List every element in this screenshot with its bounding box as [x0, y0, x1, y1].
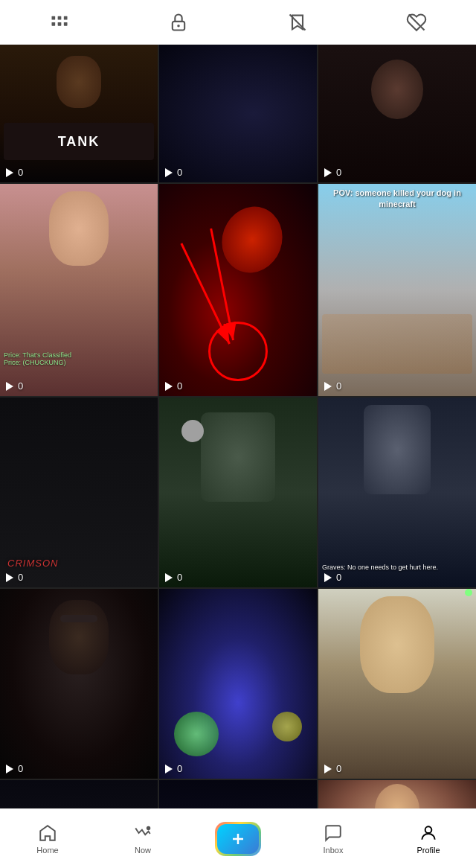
menu-icon[interactable]	[41, 4, 78, 41]
svg-marker-24	[324, 765, 332, 773]
play-count: 0	[323, 380, 341, 392]
play-count: 0	[164, 167, 182, 178]
svg-marker-13	[6, 382, 13, 391]
play-count: 0	[323, 167, 341, 178]
play-count: 0	[4, 167, 23, 178]
top-nav	[0, 0, 476, 45]
video-cell[interactable]: TANK 0	[0, 45, 158, 182]
video-cell-annotated[interactable]: 0	[159, 184, 317, 396]
svg-rect-3	[52, 22, 56, 26]
nav-now[interactable]: Now	[95, 809, 190, 868]
svg-marker-21	[324, 573, 332, 582]
bottom-nav: Home Now Inbox Profile	[0, 808, 476, 868]
svg-rect-0	[52, 16, 56, 19]
video-cell[interactable]: 0	[159, 589, 317, 779]
play-count: 0	[164, 763, 182, 774]
svg-marker-10	[6, 168, 13, 177]
video-cell[interactable]: 0	[318, 589, 476, 779]
svg-marker-22	[6, 765, 13, 773]
video-cell[interactable]: 0	[318, 45, 476, 182]
heart-off-icon[interactable]	[398, 4, 435, 41]
play-count: 0	[323, 763, 341, 774]
play-count: 0	[4, 572, 23, 583]
svg-marker-23	[165, 765, 173, 773]
nav-inbox[interactable]: Inbox	[286, 809, 381, 868]
video-cell[interactable]: 0	[159, 45, 317, 182]
svg-marker-17	[165, 382, 173, 391]
play-count: 0	[4, 380, 23, 392]
nav-home-label: Home	[36, 846, 58, 855]
nav-add[interactable]	[190, 809, 286, 868]
play-count: 0	[164, 380, 182, 392]
svg-marker-11	[165, 168, 173, 177]
video-cell[interactable]: POV: someone killed your dog in minecraf…	[318, 184, 476, 396]
video-cell[interactable]: 0	[159, 780, 317, 808]
play-count: 0	[323, 572, 341, 583]
video-cell[interactable]: 0	[318, 780, 476, 808]
lock-icon[interactable]	[160, 4, 197, 41]
video-cell[interactable]: 0	[0, 780, 158, 808]
bookmark-off-icon[interactable]	[279, 4, 316, 41]
nav-profile-label: Profile	[416, 846, 440, 855]
svg-marker-20	[165, 573, 173, 582]
svg-rect-2	[64, 16, 68, 19]
play-count: 0	[4, 763, 23, 774]
video-cell[interactable]: Price: That's Classified Price: (CHUCKUN…	[0, 184, 158, 396]
svg-marker-19	[6, 573, 13, 582]
svg-point-31	[425, 826, 432, 833]
svg-marker-18	[324, 382, 332, 391]
svg-point-7	[177, 24, 180, 27]
nav-now-label: Now	[135, 846, 151, 855]
nav-profile[interactable]: Profile	[381, 809, 476, 868]
crimson-label: CRIMSON	[7, 558, 58, 569]
play-count: 0	[164, 572, 182, 583]
svg-rect-5	[64, 22, 68, 26]
video-grid: TANK 0 0 0 Price: That's Classifie	[0, 45, 476, 808]
nav-home[interactable]: Home	[0, 809, 95, 868]
nav-inbox-label: Inbox	[324, 846, 344, 855]
svg-rect-4	[58, 22, 62, 26]
svg-rect-1	[58, 16, 62, 19]
video-cell[interactable]: Graves: No one needs to get hurt here. 0	[318, 398, 476, 587]
video-cell[interactable]: 0	[159, 398, 317, 587]
svg-marker-12	[324, 168, 332, 177]
video-cell[interactable]: CRIMSON 0	[0, 398, 158, 587]
graves-caption: Graves: No one needs to get hurt here.	[322, 564, 472, 571]
add-button[interactable]	[217, 824, 259, 854]
svg-point-28	[147, 826, 150, 829]
video-cell[interactable]: 0	[0, 589, 158, 779]
